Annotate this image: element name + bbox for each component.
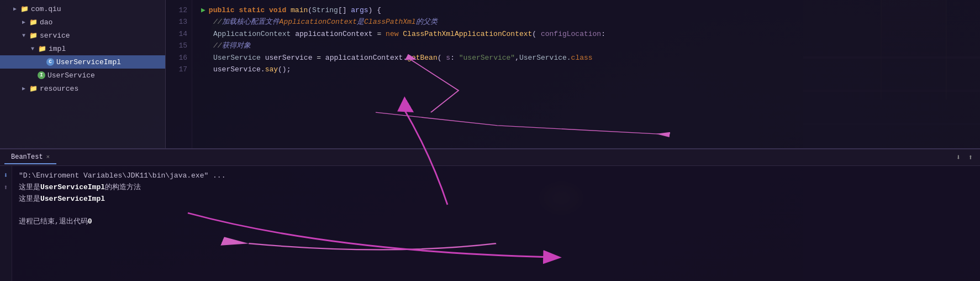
cm-prefix-15: // (213, 40, 222, 51)
comma-16: , (515, 52, 519, 64)
param-s-16: s (446, 52, 450, 64)
java-interface-icon-userservice: I (38, 71, 45, 79)
console-output-line-2: 这里是 UserServiceImpl 的构造方法 (19, 182, 973, 194)
console-left-strip: ⬇ ⬆ (0, 166, 12, 281)
console-highlight-userserviceimpl-2: UserServiceImpl (40, 194, 105, 205)
kw-new-14: new (386, 28, 403, 40)
cl-string-12: String (312, 4, 338, 16)
ide-main: ▶ 📁 com.qiu ▶ 📁 dao ▼ 📁 service (0, 0, 980, 148)
sidebar-label-impl: impl (49, 45, 66, 53)
folder-icon-com-qiu: 📁 (20, 4, 29, 13)
sidebar-item-com-qiu[interactable]: ▶ 📁 com.qiu (0, 2, 165, 15)
console-content: "D:\Enviroment Variables\JDK11\bin\java.… (12, 166, 980, 281)
sidebar-item-impl[interactable]: ▼ 📁 impl (0, 42, 165, 55)
str-usersvc-16: "userService" (459, 52, 515, 64)
line-num-14: 14 (178, 28, 187, 40)
code-line-12: ▶ public static void main ( String [] ar… (201, 4, 980, 16)
line-num-17: 17 (178, 64, 187, 75)
close-12: ) { (368, 4, 381, 16)
paren-say-17: (); (278, 64, 291, 75)
cm-cn-13b: 是 (357, 16, 364, 28)
var-usersvc-16: userService (265, 52, 317, 64)
fn-getbean-16: getBean (407, 52, 438, 64)
paren-12: ( (308, 4, 312, 16)
console-exit-code: 0 (88, 216, 92, 228)
var-appctx-16: applicationContext. (325, 52, 407, 64)
cl-usersvc-16: UserService (213, 52, 265, 64)
cm-cn-13: 加载核心配置文件 (222, 16, 280, 28)
code-line-13: // 加载核心配置文件 ApplicationContext 是 ClassPa… (201, 16, 980, 28)
code-line-16: UserService userService = applicationCon… (201, 52, 980, 64)
paren-16: ( (438, 52, 446, 64)
code-body: ▶ public static void main ( String [] ar… (192, 0, 980, 148)
paren-14: ( (532, 28, 541, 40)
console-text-line2b: 的构造方法 (105, 182, 141, 194)
cl-appctx-14: ApplicationContext (213, 28, 295, 40)
sidebar-tree: ▶ 📁 com.qiu ▶ 📁 dao ▼ 📁 service (0, 0, 165, 148)
sidebar-item-service[interactable]: ▼ 📁 service (0, 29, 165, 42)
tree-arrow-impl: ▼ (29, 45, 36, 53)
tree-arrow-dao: ▶ (20, 18, 28, 26)
param-configloc-14: configLocation (541, 28, 601, 40)
java-class-icon-userserviceimpl: C (46, 58, 54, 66)
sidebar-label-com-qiu: com.qiu (31, 5, 61, 13)
sidebar-item-dao[interactable]: ▶ 📁 dao (0, 15, 165, 29)
code-line-14: ApplicationContext applicationContext = … (201, 28, 980, 40)
run-indicator: ▶ (201, 4, 206, 16)
cm-cn-15: 获得对象 (222, 40, 251, 51)
tree-arrow-com-qiu: ▶ (11, 5, 19, 13)
var-appctx-14: applicationContext (295, 28, 377, 40)
var-usersvc-17: userService. (213, 64, 265, 75)
sidebar: ▶ 📁 com.qiu ▶ 📁 dao ▼ 📁 service (0, 0, 166, 148)
cm-prefix-13: // (213, 16, 222, 28)
console-tabs: BeanTest × ⬇ ⬆ (0, 149, 980, 166)
sidebar-item-userservice[interactable]: I UserService (0, 69, 165, 82)
kw-void-12: void (269, 4, 291, 16)
op-eq-14: = (377, 28, 386, 40)
editor-area: 12 13 14 15 16 17 ▶ public static void m… (166, 0, 980, 148)
folder-icon-impl: 📁 (38, 44, 46, 53)
console-output-line-5: 进程已结束,退出代码 0 (19, 216, 973, 228)
line-num-15: 15 (178, 40, 187, 51)
sidebar-label-userserviceimpl: UserServiceImpl (56, 58, 121, 66)
cm-cls-cp-13: ClassPathXml (364, 16, 416, 28)
strip-icon-2[interactable]: ⬆ (1, 183, 11, 192)
tree-arrow-resources: ▶ (20, 85, 28, 92)
param-args: args (351, 4, 368, 16)
line-numbers: 12 13 14 15 16 17 (166, 0, 192, 148)
sidebar-label-userservice: UserService (48, 71, 95, 80)
line-num-13: 13 (178, 16, 187, 28)
cl-classpathxml-14: ClassPathXmlApplicationContext (403, 28, 532, 40)
ide-container: ▶ 📁 com.qiu ▶ 📁 dao ▼ 📁 service (0, 0, 980, 281)
console-tab-close[interactable]: × (46, 154, 50, 160)
console-arrow-left (249, 243, 496, 249)
console-text-exit: 进程已结束,退出代码 (19, 216, 88, 228)
console-text-line2a: 这里是 (19, 182, 40, 194)
cl-usersvc2-16: UserService. (519, 52, 571, 64)
code-line-15: // 获得对象 (201, 40, 980, 51)
sidebar-label-dao: dao (40, 18, 52, 27)
console-text-line3a: 这里是 (19, 194, 40, 205)
fn-main: main (291, 4, 308, 16)
folder-icon-dao: 📁 (29, 18, 38, 27)
folder-icon-resources: 📁 (29, 84, 38, 93)
sidebar-label-resources: resources (40, 85, 78, 93)
console-highlight-userserviceimpl-1: UserServiceImpl (40, 182, 105, 194)
kw-public-12: public (209, 4, 239, 16)
line-num-12: 12 (178, 4, 187, 16)
sidebar-item-userserviceimpl[interactable]: C UserServiceImpl (0, 55, 165, 69)
console-text-javaexe: "D:\Enviroment Variables\JDK11\bin\java.… (19, 170, 225, 182)
sidebar-label-service: service (40, 32, 70, 40)
console-area: BeanTest × ⬇ ⬆ ⬇ ⬆ "D:\Enviroment Variab… (0, 148, 980, 281)
console-tab-beantest[interactable]: BeanTest × (4, 151, 56, 164)
colon-14: : (601, 28, 605, 40)
bracket-12: [] (338, 4, 351, 16)
folder-icon-service: 📁 (29, 31, 38, 40)
console-output-line-3: 这里是 UserServiceImpl (19, 194, 973, 205)
console-strip-icon-down[interactable]: ⬇ (953, 153, 963, 163)
line-num-16: 16 (178, 52, 187, 64)
strip-icon-1[interactable]: ⬇ (1, 170, 11, 180)
console-output-line-4 (19, 205, 973, 216)
console-strip-icon-up[interactable]: ⬆ (966, 153, 976, 163)
sidebar-item-resources[interactable]: ▶ 📁 resources (0, 82, 165, 95)
